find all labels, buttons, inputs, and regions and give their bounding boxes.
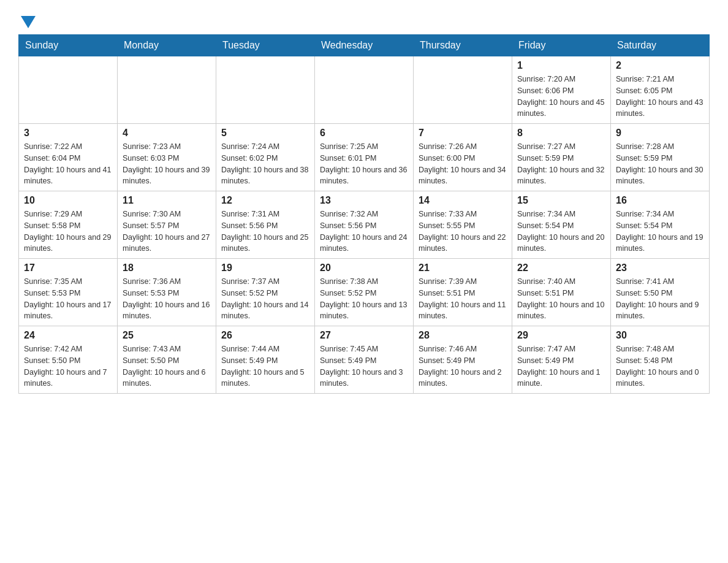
calendar-cell: 19Sunrise: 7:37 AMSunset: 5:52 PMDayligh… (216, 259, 315, 326)
day-number: 28 (419, 330, 507, 341)
day-number: 26 (221, 330, 309, 341)
day-info: Sunrise: 7:20 AMSunset: 6:06 PMDaylight:… (517, 74, 605, 120)
calendar-cell: 6Sunrise: 7:25 AMSunset: 6:01 PMDaylight… (315, 124, 414, 191)
calendar-cell: 27Sunrise: 7:45 AMSunset: 5:49 PMDayligh… (315, 326, 414, 394)
day-info: Sunrise: 7:46 AMSunset: 5:49 PMDaylight:… (419, 343, 507, 389)
day-number: 11 (123, 195, 211, 206)
calendar-table: SundayMondayTuesdayWednesdayThursdayFrid… (18, 34, 710, 394)
day-info: Sunrise: 7:27 AMSunset: 5:59 PMDaylight:… (517, 141, 605, 187)
logo-arrow-icon (21, 16, 36, 28)
calendar-week-3: 10Sunrise: 7:29 AMSunset: 5:58 PMDayligh… (19, 191, 710, 259)
calendar-cell (118, 56, 216, 124)
calendar-cell: 10Sunrise: 7:29 AMSunset: 5:58 PMDayligh… (19, 191, 118, 259)
day-number: 15 (517, 195, 605, 206)
calendar-cell: 29Sunrise: 7:47 AMSunset: 5:49 PMDayligh… (512, 326, 611, 394)
day-info: Sunrise: 7:24 AMSunset: 6:02 PMDaylight:… (221, 141, 309, 187)
day-info: Sunrise: 7:40 AMSunset: 5:51 PMDaylight:… (517, 276, 605, 322)
column-header-saturday: Saturday (611, 35, 710, 56)
day-info: Sunrise: 7:43 AMSunset: 5:50 PMDaylight:… (123, 343, 211, 389)
calendar-header-row: SundayMondayTuesdayWednesdayThursdayFrid… (19, 35, 710, 56)
day-info: Sunrise: 7:38 AMSunset: 5:52 PMDaylight:… (320, 276, 408, 322)
day-number: 3 (24, 128, 112, 139)
day-info: Sunrise: 7:48 AMSunset: 5:48 PMDaylight:… (616, 343, 704, 389)
calendar-cell: 24Sunrise: 7:42 AMSunset: 5:50 PMDayligh… (19, 326, 118, 394)
calendar-cell: 2Sunrise: 7:21 AMSunset: 6:05 PMDaylight… (611, 56, 710, 124)
calendar-cell: 12Sunrise: 7:31 AMSunset: 5:56 PMDayligh… (216, 191, 315, 259)
day-number: 1 (517, 60, 605, 71)
day-info: Sunrise: 7:22 AMSunset: 6:04 PMDaylight:… (24, 141, 112, 187)
calendar-cell: 30Sunrise: 7:48 AMSunset: 5:48 PMDayligh… (611, 326, 710, 394)
day-info: Sunrise: 7:28 AMSunset: 5:59 PMDaylight:… (616, 141, 704, 187)
calendar-cell: 21Sunrise: 7:39 AMSunset: 5:51 PMDayligh… (414, 259, 512, 326)
day-info: Sunrise: 7:25 AMSunset: 6:01 PMDaylight:… (320, 141, 408, 187)
day-number: 2 (616, 60, 704, 71)
calendar-cell: 17Sunrise: 7:35 AMSunset: 5:53 PMDayligh… (19, 259, 118, 326)
day-number: 6 (320, 128, 408, 139)
day-number: 4 (123, 128, 211, 139)
day-info: Sunrise: 7:33 AMSunset: 5:55 PMDaylight:… (419, 209, 507, 255)
calendar-cell: 5Sunrise: 7:24 AMSunset: 6:02 PMDaylight… (216, 124, 315, 191)
day-info: Sunrise: 7:34 AMSunset: 5:54 PMDaylight:… (616, 209, 704, 255)
day-info: Sunrise: 7:42 AMSunset: 5:50 PMDaylight:… (24, 343, 112, 389)
calendar-week-1: 1Sunrise: 7:20 AMSunset: 6:06 PMDaylight… (19, 56, 710, 124)
day-number: 5 (221, 128, 309, 139)
calendar-cell: 26Sunrise: 7:44 AMSunset: 5:49 PMDayligh… (216, 326, 315, 394)
day-number: 10 (24, 195, 112, 206)
calendar-cell (19, 56, 118, 124)
calendar-cell (216, 56, 315, 124)
calendar-cell: 28Sunrise: 7:46 AMSunset: 5:49 PMDayligh… (414, 326, 512, 394)
day-number: 17 (24, 262, 112, 274)
day-number: 20 (320, 262, 408, 274)
day-number: 9 (616, 128, 704, 139)
day-info: Sunrise: 7:32 AMSunset: 5:56 PMDaylight:… (320, 209, 408, 255)
day-number: 16 (616, 195, 704, 206)
day-number: 29 (517, 330, 605, 341)
calendar-cell: 8Sunrise: 7:27 AMSunset: 5:59 PMDaylight… (512, 124, 611, 191)
day-info: Sunrise: 7:41 AMSunset: 5:50 PMDaylight:… (616, 276, 704, 322)
day-info: Sunrise: 7:36 AMSunset: 5:53 PMDaylight:… (123, 276, 211, 322)
calendar-cell: 23Sunrise: 7:41 AMSunset: 5:50 PMDayligh… (611, 259, 710, 326)
day-number: 27 (320, 330, 408, 341)
day-number: 21 (419, 262, 507, 274)
calendar-week-4: 17Sunrise: 7:35 AMSunset: 5:53 PMDayligh… (19, 259, 710, 326)
day-info: Sunrise: 7:29 AMSunset: 5:58 PMDaylight:… (24, 209, 112, 255)
calendar-cell: 13Sunrise: 7:32 AMSunset: 5:56 PMDayligh… (315, 191, 414, 259)
day-number: 18 (123, 262, 211, 274)
page-header (18, 12, 710, 28)
calendar-cell: 14Sunrise: 7:33 AMSunset: 5:55 PMDayligh… (414, 191, 512, 259)
column-header-thursday: Thursday (414, 35, 512, 56)
day-info: Sunrise: 7:21 AMSunset: 6:05 PMDaylight:… (616, 74, 704, 120)
column-header-wednesday: Wednesday (315, 35, 414, 56)
calendar-cell: 20Sunrise: 7:38 AMSunset: 5:52 PMDayligh… (315, 259, 414, 326)
day-info: Sunrise: 7:45 AMSunset: 5:49 PMDaylight:… (320, 343, 408, 389)
day-number: 14 (419, 195, 507, 206)
day-info: Sunrise: 7:44 AMSunset: 5:49 PMDaylight:… (221, 343, 309, 389)
day-info: Sunrise: 7:23 AMSunset: 6:03 PMDaylight:… (123, 141, 211, 187)
calendar-cell: 22Sunrise: 7:40 AMSunset: 5:51 PMDayligh… (512, 259, 611, 326)
calendar-cell (414, 56, 512, 124)
day-info: Sunrise: 7:47 AMSunset: 5:49 PMDaylight:… (517, 343, 605, 389)
day-info: Sunrise: 7:39 AMSunset: 5:51 PMDaylight:… (419, 276, 507, 322)
calendar-cell: 18Sunrise: 7:36 AMSunset: 5:53 PMDayligh… (118, 259, 216, 326)
day-number: 25 (123, 330, 211, 341)
calendar-cell: 25Sunrise: 7:43 AMSunset: 5:50 PMDayligh… (118, 326, 216, 394)
day-info: Sunrise: 7:26 AMSunset: 6:00 PMDaylight:… (419, 141, 507, 187)
calendar-cell: 9Sunrise: 7:28 AMSunset: 5:59 PMDaylight… (611, 124, 710, 191)
day-info: Sunrise: 7:31 AMSunset: 5:56 PMDaylight:… (221, 209, 309, 255)
day-number: 7 (419, 128, 507, 139)
day-info: Sunrise: 7:37 AMSunset: 5:52 PMDaylight:… (221, 276, 309, 322)
day-number: 24 (24, 330, 112, 341)
column-header-friday: Friday (512, 35, 611, 56)
calendar-cell: 4Sunrise: 7:23 AMSunset: 6:03 PMDaylight… (118, 124, 216, 191)
calendar-cell: 3Sunrise: 7:22 AMSunset: 6:04 PMDaylight… (19, 124, 118, 191)
day-number: 8 (517, 128, 605, 139)
calendar-cell: 16Sunrise: 7:34 AMSunset: 5:54 PMDayligh… (611, 191, 710, 259)
day-number: 12 (221, 195, 309, 206)
day-number: 22 (517, 262, 605, 274)
calendar-cell (315, 56, 414, 124)
column-header-monday: Monday (118, 35, 216, 56)
calendar-cell: 15Sunrise: 7:34 AMSunset: 5:54 PMDayligh… (512, 191, 611, 259)
calendar-cell: 7Sunrise: 7:26 AMSunset: 6:00 PMDaylight… (414, 124, 512, 191)
column-header-tuesday: Tuesday (216, 35, 315, 56)
calendar-cell: 1Sunrise: 7:20 AMSunset: 6:06 PMDaylight… (512, 56, 611, 124)
